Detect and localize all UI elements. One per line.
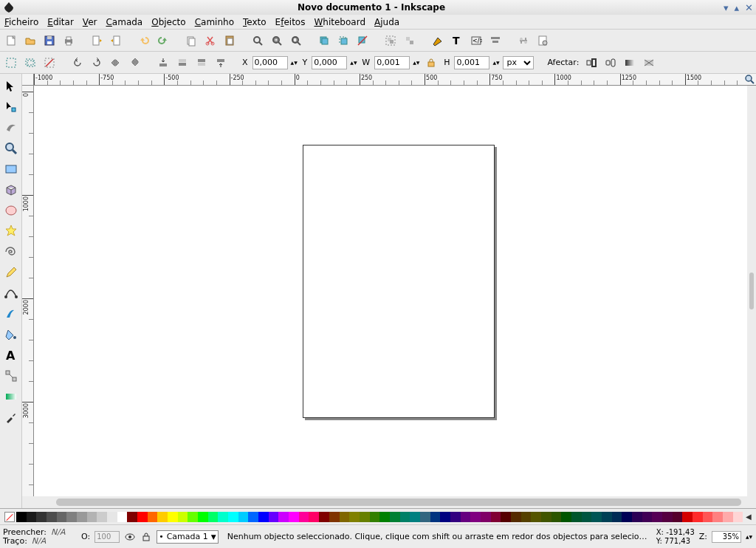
align-dialog-icon[interactable] — [487, 32, 504, 49]
lower-to-bottom-icon[interactable] — [155, 55, 171, 71]
menu-ver[interactable]: Ver — [83, 17, 97, 27]
affect-pattern-icon[interactable] — [641, 55, 657, 71]
lower-icon[interactable] — [174, 55, 190, 71]
color-swatch[interactable] — [127, 512, 137, 522]
paste-icon[interactable] — [221, 32, 238, 49]
minimize-icon[interactable]: ▾ — [724, 2, 729, 13]
color-swatch[interactable] — [36, 512, 47, 522]
color-swatch[interactable] — [642, 512, 653, 522]
text-dialog-icon[interactable]: T — [449, 32, 465, 49]
menu-texto[interactable]: Texto — [243, 17, 267, 27]
color-swatch[interactable] — [157, 512, 168, 522]
color-swatch[interactable] — [77, 512, 87, 522]
xml-editor-icon[interactable]: </> — [468, 32, 484, 49]
menu-ficheiro[interactable]: Ficheiro — [4, 17, 38, 27]
color-swatch[interactable] — [379, 512, 390, 522]
x-input[interactable] — [252, 56, 288, 69]
preferences-icon[interactable] — [515, 32, 532, 49]
zoom-fit-page-icon[interactable] — [288, 32, 304, 49]
color-swatch[interactable] — [97, 512, 107, 522]
ruler-corner[interactable] — [22, 74, 34, 86]
color-swatch[interactable] — [107, 512, 117, 522]
color-swatch[interactable] — [551, 512, 562, 522]
x-spinner[interactable]: ▲▼ — [291, 61, 298, 65]
color-swatch[interactable] — [632, 512, 642, 522]
color-swatch[interactable] — [309, 512, 319, 522]
y-spinner[interactable]: ▲▼ — [350, 61, 357, 65]
rotate-cw-icon[interactable] — [89, 55, 105, 71]
color-swatch[interactable] — [612, 512, 622, 522]
ungroup-icon[interactable] — [402, 32, 418, 49]
cut-icon[interactable] — [202, 32, 219, 49]
unit-select[interactable]: px — [503, 56, 534, 69]
zoom-input[interactable] — [712, 531, 741, 543]
color-swatch[interactable] — [491, 512, 501, 522]
ruler-horizontal[interactable]: -1000-750-500-2500250500750100012501500 — [22, 74, 756, 86]
copy-icon[interactable] — [183, 32, 199, 49]
calligraphy-tool-icon[interactable] — [1, 304, 21, 323]
color-swatch[interactable] — [430, 512, 441, 522]
print-icon[interactable] — [61, 32, 77, 49]
box3d-tool-icon[interactable] — [1, 180, 21, 199]
layer-selector[interactable]: • Camada 1 ▼ — [157, 530, 219, 544]
color-swatch[interactable] — [278, 512, 289, 522]
color-swatch[interactable] — [248, 512, 258, 522]
redo-icon[interactable] — [155, 32, 171, 49]
color-swatch[interactable] — [188, 512, 198, 522]
selector-tool-icon[interactable] — [1, 77, 21, 96]
color-swatch[interactable] — [57, 512, 67, 522]
opacity-input[interactable] — [94, 531, 120, 543]
color-swatch[interactable] — [571, 512, 582, 522]
color-swatch[interactable] — [258, 512, 269, 522]
h-spinner[interactable]: ▲▼ — [492, 61, 500, 65]
color-swatch[interactable] — [117, 512, 128, 522]
color-swatch[interactable] — [340, 512, 350, 522]
flip-vertical-icon[interactable] — [127, 55, 143, 71]
affect-gradient-icon[interactable] — [622, 55, 638, 71]
menu-ajuda[interactable]: Ajuda — [374, 17, 399, 27]
color-swatch[interactable] — [511, 512, 521, 522]
no-color-swatch[interactable] — [4, 512, 15, 522]
menu-editar[interactable]: Editar — [47, 17, 74, 27]
color-swatch[interactable] — [440, 512, 450, 522]
color-swatch[interactable] — [602, 512, 612, 522]
zoom-tool-icon[interactable] — [1, 139, 21, 158]
color-swatch[interactable] — [228, 512, 238, 522]
select-all-icon[interactable] — [3, 55, 19, 71]
color-swatch[interactable] — [349, 512, 360, 522]
color-swatch[interactable] — [652, 512, 662, 522]
unlink-clone-icon[interactable] — [354, 32, 371, 49]
color-swatch[interactable] — [168, 512, 178, 522]
color-swatch[interactable] — [733, 512, 743, 522]
color-swatch[interactable] — [682, 512, 693, 522]
duplicate-icon[interactable] — [316, 32, 332, 49]
rectangle-tool-icon[interactable] — [1, 160, 21, 179]
color-swatch[interactable] — [582, 512, 592, 522]
color-swatch[interactable] — [289, 512, 299, 522]
zoom-fit-selection-icon[interactable] — [250, 32, 266, 49]
color-swatch[interactable] — [390, 512, 400, 522]
spiral-tool-icon[interactable] — [1, 242, 21, 261]
color-swatch[interactable] — [693, 512, 703, 522]
canvas-viewport[interactable] — [34, 86, 747, 496]
color-swatch[interactable] — [87, 512, 97, 522]
flip-horizontal-icon[interactable] — [108, 55, 124, 71]
color-swatch[interactable] — [218, 512, 228, 522]
color-swatch[interactable] — [198, 512, 208, 522]
color-swatch[interactable] — [622, 512, 632, 522]
color-swatch[interactable] — [47, 512, 57, 522]
color-swatch[interactable] — [208, 512, 219, 522]
layer-visibility-icon[interactable] — [124, 531, 136, 543]
color-swatch[interactable] — [723, 512, 733, 522]
menu-whiteboard[interactable]: Whiteboard — [314, 17, 365, 27]
connector-tool-icon[interactable] — [1, 366, 21, 386]
color-swatch[interactable] — [148, 512, 158, 522]
color-swatch[interactable] — [410, 512, 420, 522]
open-file-icon[interactable] — [22, 32, 38, 49]
color-swatch[interactable] — [470, 512, 481, 522]
y-input[interactable] — [312, 56, 347, 69]
affect-corners-icon[interactable] — [602, 55, 619, 71]
color-swatch[interactable] — [481, 512, 491, 522]
menu-caminho[interactable]: Caminho — [195, 17, 234, 27]
tweak-tool-icon[interactable] — [1, 118, 21, 137]
